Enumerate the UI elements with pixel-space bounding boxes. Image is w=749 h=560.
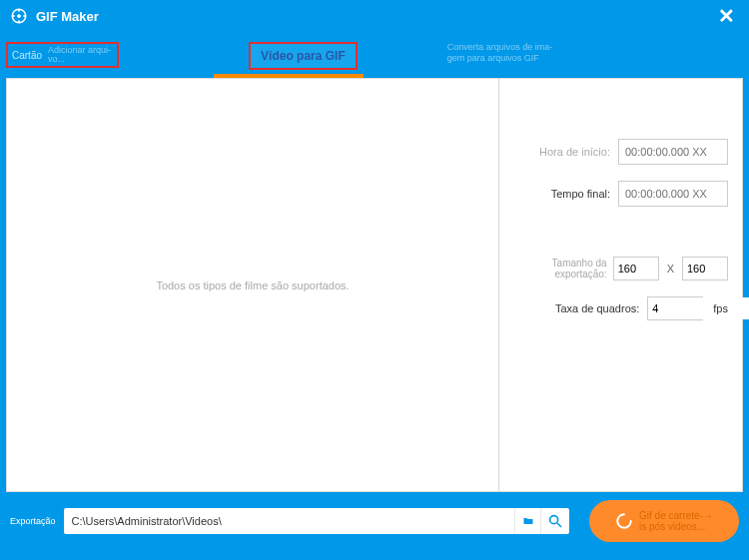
export-path-input[interactable]	[64, 508, 515, 534]
tab-cartao[interactable]: Cartão Adicionar arqui-vo...	[6, 42, 119, 68]
fps-label: Taxa de quadros:	[513, 302, 647, 314]
browse-folder-button[interactable]	[515, 508, 541, 534]
export-button-text: Gif de carrete-→is pós videos...	[639, 510, 713, 533]
svg-point-3	[18, 20, 20, 22]
end-time-input[interactable]	[618, 181, 728, 207]
close-button[interactable]: ✕	[714, 4, 739, 28]
folder-icon	[521, 515, 535, 527]
active-tab-underline	[214, 74, 364, 78]
loading-icon	[615, 512, 633, 530]
tab-video-label: Vídeo para GIF	[261, 49, 346, 63]
svg-point-1	[17, 14, 21, 18]
start-time-label: Hora de início:	[513, 146, 618, 158]
content-area: Todos os tipos de filme são suportados. …	[6, 78, 743, 492]
start-time-input[interactable]	[618, 139, 728, 165]
drop-placeholder-text: Todos os tipos de filme são suportados.	[156, 280, 349, 291]
svg-point-5	[23, 15, 25, 17]
svg-line-7	[557, 523, 561, 527]
settings-pane: Hora de início: Tempo final: Tamanho da …	[499, 79, 742, 491]
svg-point-4	[13, 15, 15, 17]
tabs-row: Cartão Adicionar arqui-vo... Vídeo para …	[0, 32, 749, 78]
export-size-label: Tamanho da exportação:	[513, 258, 613, 280]
search-icon	[547, 513, 563, 529]
tab-cartao-label: Cartão	[12, 50, 42, 61]
tab-video-para-gif[interactable]: Vídeo para GIF	[249, 42, 358, 70]
size-separator: X	[667, 263, 674, 275]
footer: Exportação Gif de carrete-→is pós videos…	[0, 492, 749, 550]
fps-row: Taxa de quadros: ▲ ▼ fps	[513, 296, 728, 320]
titlebar: GIF Maker ✕	[0, 0, 749, 32]
fps-stepper[interactable]: ▲ ▼	[647, 296, 703, 320]
export-path-group	[64, 508, 569, 534]
svg-point-2	[18, 10, 20, 12]
fps-unit: fps	[713, 302, 728, 314]
export-path-label: Exportação	[10, 516, 56, 526]
open-folder-button[interactable]	[541, 508, 569, 534]
export-size-row: Tamanho da exportação: X	[513, 257, 728, 280]
tab-image-gif-desc[interactable]: Converta arquivos de ima-gem para arquiv…	[447, 42, 553, 78]
tab-cartao-sub: Adicionar arqui-vo...	[48, 46, 111, 65]
export-gif-button[interactable]: Gif de carrete-→is pós videos...	[589, 500, 739, 542]
end-time-row: Tempo final:	[513, 181, 728, 207]
height-input[interactable]	[682, 257, 728, 280]
start-time-row: Hora de início:	[513, 139, 728, 165]
end-time-label: Tempo final:	[513, 188, 618, 200]
app-icon	[10, 7, 28, 25]
fps-input[interactable]	[648, 297, 749, 319]
app-title: GIF Maker	[36, 9, 99, 24]
width-input[interactable]	[613, 257, 659, 280]
video-drop-area[interactable]: Todos os tipos de filme são suportados.	[7, 79, 499, 491]
svg-point-6	[550, 516, 558, 524]
